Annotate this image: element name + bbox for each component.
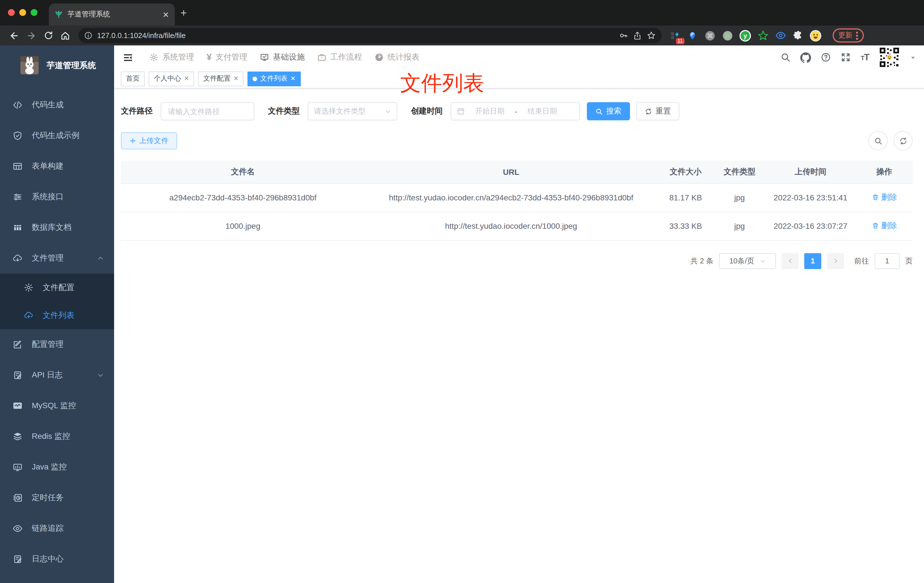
search-icon[interactable] (781, 52, 791, 63)
reset-button[interactable]: 重置 (636, 102, 680, 121)
tag-close-icon[interactable]: ✕ (233, 75, 238, 82)
tag-home[interactable]: 首页 (121, 71, 145, 86)
cloud-upload-icon (24, 310, 33, 320)
sidebar-item-config-management[interactable]: 配置管理 (0, 329, 114, 360)
end-date-placeholder[interactable]: 结束日期 (522, 106, 563, 116)
home-button[interactable] (57, 30, 74, 41)
extension-star-icon[interactable] (757, 29, 769, 42)
extension-record-icon[interactable] (721, 29, 734, 42)
topnav-item-payment[interactable]: ¥ 支付管理 (206, 52, 248, 63)
page-unit-label: 页 (905, 256, 912, 266)
layers-icon (13, 431, 23, 442)
page-number-current[interactable]: 1 (804, 253, 821, 269)
file-table: 文件名 URL 文件大小 文件类型 上传时间 操作 a294ecb2-73dd-… (121, 161, 912, 240)
col-url: URL (365, 161, 657, 183)
topnav-label: 支付管理 (216, 52, 248, 63)
cell-file-size: 81.17 KB (657, 183, 714, 212)
next-page-button[interactable] (827, 253, 844, 269)
window-zoom-button[interactable] (31, 9, 38, 16)
tab-close-icon[interactable]: ✕ (163, 10, 169, 19)
new-tab-button[interactable]: + (180, 7, 187, 19)
extension-y-icon[interactable]: y (739, 29, 751, 42)
tag-file-config[interactable]: 文件配置✕ (198, 71, 244, 86)
refresh-table-button[interactable] (893, 131, 912, 150)
topnav-item-reports[interactable]: 统计报表 (375, 52, 419, 63)
extension-eye-icon[interactable] (774, 29, 787, 42)
page-content: 文件路径 文件类型 请选择文件类型 创建时间 开始日期 - 结束日期 (114, 89, 924, 269)
window-minimize-button[interactable] (19, 9, 26, 16)
sidebar-collapse-icon[interactable] (119, 52, 137, 63)
trash-icon (871, 193, 879, 201)
avatar-caret-icon[interactable] (910, 54, 916, 61)
sidebar-item-db-doc[interactable]: 数据库文档 (0, 212, 114, 243)
forward-button[interactable] (23, 30, 40, 41)
address-bar[interactable]: 127.0.0.1:1024/infra/file/file (78, 28, 662, 43)
sidebar-item-code-demo[interactable]: 代码生成示例 (0, 121, 114, 151)
show-search-toggle-button[interactable] (868, 131, 888, 150)
sidebar-item-file-list[interactable]: 文件列表 (0, 301, 114, 329)
extension-balloon-icon[interactable] (686, 29, 699, 42)
password-key-icon[interactable] (619, 31, 628, 40)
file-type-select[interactable]: 请选择文件类型 (308, 102, 397, 121)
sidebar-item-tracing[interactable]: 链路追踪 (0, 513, 114, 544)
topnav-item-infrastructure[interactable]: 基础设施 (260, 52, 305, 63)
tag-file-list[interactable]: 文件列表✕ (248, 71, 300, 86)
extension-emoji-icon[interactable] (809, 29, 822, 42)
goto-page-input[interactable] (874, 253, 899, 269)
font-size-icon[interactable]: TT (861, 52, 869, 63)
sidebar-item-code-generation[interactable]: 代码生成 (0, 90, 114, 121)
topnav-label: 基础设施 (273, 52, 305, 63)
table-row: 1000.jpeg http://test.yudao.iocoder.cn/1… (121, 212, 912, 240)
sidebar-item-file-management[interactable]: 文件管理 (0, 243, 114, 274)
dashboard-icon (375, 53, 384, 62)
tag-close-icon[interactable]: ✕ (184, 75, 189, 82)
sidebar-item-mysql-monitor[interactable]: MySQL 监控 (0, 391, 114, 421)
browser-tab[interactable]: 芋道管理系统 ✕ (49, 3, 175, 26)
cloud-download-icon (13, 253, 23, 263)
sidebar-item-api-log[interactable]: API 日志 (0, 360, 114, 391)
calendar-icon (457, 107, 465, 115)
reload-button[interactable] (40, 31, 57, 40)
upload-file-button[interactable]: 上传文件 (121, 132, 177, 149)
page-size-select[interactable]: 10条/页 (719, 253, 776, 269)
extension-command-icon[interactable]: ⌘ (704, 29, 716, 42)
bookmark-star-icon[interactable] (647, 31, 656, 40)
sidebar-item-redis-monitor[interactable]: Redis 监控 (0, 421, 114, 452)
fullscreen-icon[interactable] (841, 52, 851, 63)
sidebar-item-java-monitor[interactable]: Java 监控 (0, 452, 114, 482)
yen-icon: ¥ (206, 52, 212, 63)
help-icon[interactable] (821, 52, 831, 63)
github-icon[interactable] (800, 52, 811, 63)
delete-button[interactable]: 删除 (871, 190, 897, 203)
start-date-placeholder[interactable]: 开始日期 (469, 106, 510, 116)
sidebar-item-form-builder[interactable]: 表单构建 (0, 151, 114, 182)
extension-tabs-icon[interactable]: 11 (668, 29, 681, 42)
file-management-submenu: 文件配置 文件列表 (0, 274, 114, 329)
tag-close-icon[interactable]: ✕ (290, 75, 295, 82)
back-button[interactable] (6, 30, 23, 41)
extension-puzzle-icon[interactable] (792, 29, 804, 42)
site-info-icon[interactable] (84, 31, 92, 40)
delete-button[interactable]: 删除 (871, 219, 897, 232)
file-path-input[interactable] (161, 102, 254, 121)
svg-text:y: y (744, 32, 747, 39)
trash-icon (871, 222, 879, 229)
chrome-update-button[interactable]: 更新 (833, 28, 864, 43)
sidebar-item-scheduled-tasks[interactable]: 定时任务 (0, 482, 114, 513)
sidebar-logo[interactable]: 芋道管理系统 (0, 45, 114, 83)
code-icon (13, 100, 23, 110)
date-range-picker[interactable]: 开始日期 - 结束日期 (450, 102, 580, 121)
url-text[interactable]: 127.0.0.1:1024/infra/file/file (97, 31, 614, 40)
topnav-item-workflow[interactable]: 工作流程 (317, 52, 362, 63)
tag-profile[interactable]: 个人中心✕ (149, 71, 194, 86)
sidebar-item-system-api[interactable]: 系统接口 (0, 182, 114, 212)
topnav-item-system[interactable]: 系统管理 (149, 52, 194, 63)
share-icon[interactable] (633, 31, 642, 40)
avatar[interactable] (879, 46, 900, 68)
window-close-button[interactable] (8, 9, 15, 16)
table-header-row: 文件名 URL 文件大小 文件类型 上传时间 操作 (121, 161, 912, 183)
prev-page-button[interactable] (782, 253, 799, 269)
search-button[interactable]: 搜索 (587, 102, 630, 121)
sidebar-item-log-center[interactable]: 日志中心 (0, 544, 114, 575)
sidebar-item-file-config[interactable]: 文件配置 (0, 274, 114, 301)
